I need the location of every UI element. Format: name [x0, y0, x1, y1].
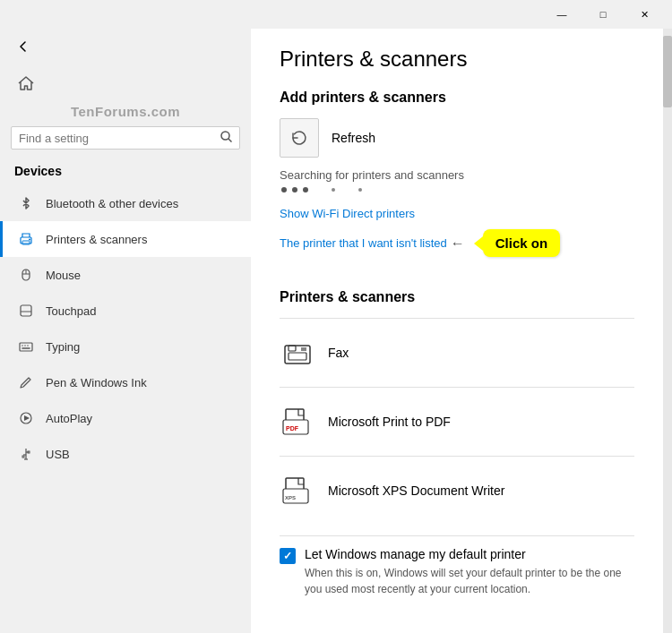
svg-line-1 — [228, 139, 232, 142]
sidebar-item-usb[interactable]: USB — [0, 436, 251, 472]
sidebar-item-autoplay-label: AutoPlay — [46, 412, 92, 425]
sidebar-item-touchpad[interactable]: Touchpad — [0, 293, 251, 329]
sidebar-item-mouse-label: Mouse — [46, 269, 81, 282]
sidebar-item-mouse[interactable]: Mouse — [0, 257, 251, 293]
refresh-button[interactable] — [280, 118, 319, 158]
dot-3 — [303, 187, 308, 192]
checkbox-text-area: Let Windows manage my default printer Wh… — [305, 547, 634, 597]
printer-icon — [17, 230, 35, 248]
watermark: TenForums.com — [0, 98, 251, 123]
touchpad-icon — [17, 302, 35, 320]
default-printer-row: ✓ Let Windows manage my default printer … — [280, 535, 634, 597]
refresh-label: Refresh — [332, 131, 375, 145]
minimize-button[interactable]: — — [541, 0, 582, 29]
checkbox-wrapper[interactable]: ✓ — [280, 548, 296, 564]
add-section-title: Add printers & scanners — [280, 90, 634, 106]
searching-text: Searching for printers and scanners — [280, 168, 634, 182]
sidebar-item-pen[interactable]: Pen & Windows Ink — [0, 364, 251, 400]
default-printer-checkbox[interactable]: ✓ — [280, 548, 296, 564]
main-content: Printers & scanners Add printers & scann… — [251, 29, 663, 633]
xps-printer-icon: XPS — [281, 475, 314, 507]
maximize-button[interactable]: □ — [582, 0, 624, 29]
settings-window: — □ ✕ — [0, 0, 672, 633]
not-listed-link[interactable]: The printer that I want isn't listed — [280, 236, 447, 250]
sidebar-item-usb-label: USB — [46, 448, 70, 461]
svg-point-4 — [29, 239, 30, 241]
sidebar-item-printers-label: Printers & scanners — [46, 233, 147, 246]
scrollbar-thumb[interactable] — [663, 36, 672, 107]
printers-divider — [280, 318, 634, 319]
svg-rect-25 — [289, 346, 296, 351]
checkbox-label: Let Windows manage my default printer — [305, 547, 634, 561]
dot-5 — [358, 188, 362, 192]
xps-icon-wrapper: XPS — [280, 473, 315, 509]
svg-rect-8 — [21, 305, 31, 316]
svg-rect-24 — [289, 353, 306, 360]
search-dots — [280, 187, 634, 192]
page-title: Printers & scanners — [280, 47, 634, 72]
sidebar-item-autoplay[interactable]: AutoPlay — [0, 400, 251, 436]
fax-icon — [281, 337, 314, 369]
printer-item-xps[interactable]: XPS Microsoft XPS Document Writer — [280, 464, 634, 518]
sidebar-item-typing-label: Typing — [46, 340, 80, 354]
printers-section-title: Printers & scanners — [280, 289, 634, 305]
sidebar-item-bluetooth[interactable]: Bluetooth & other devices — [0, 185, 251, 221]
pdf-label: Microsoft Print to PDF — [328, 415, 451, 429]
svg-text:XPS: XPS — [285, 495, 296, 500]
home-icon — [18, 75, 34, 91]
printer-item-fax[interactable]: Fax — [280, 326, 634, 380]
svg-rect-20 — [22, 456, 24, 458]
home-button[interactable] — [14, 72, 38, 95]
click-on-badge: Click on — [483, 229, 560, 257]
pen-icon — [17, 373, 35, 391]
refresh-icon — [290, 129, 308, 147]
back-icon — [18, 41, 29, 52]
sidebar-item-bluetooth-label: Bluetooth & other devices — [46, 197, 178, 210]
add-printer-row: Refresh — [280, 118, 634, 158]
dot-4 — [332, 188, 335, 192]
sidebar-section-title: Devices — [0, 158, 251, 185]
sidebar-item-printers[interactable]: Printers & scanners — [0, 221, 251, 257]
pdf-icon-wrapper: PDF — [280, 404, 315, 440]
svg-point-0 — [221, 132, 229, 140]
back-button[interactable] — [11, 34, 36, 59]
home-area — [0, 64, 251, 98]
typing-icon — [17, 338, 35, 355]
scrollbar-track[interactable] — [663, 29, 672, 633]
sidebar-item-touchpad-label: Touchpad — [46, 304, 96, 318]
checkmark-icon: ✓ — [283, 550, 292, 562]
svg-marker-16 — [24, 415, 30, 421]
title-bar: — □ ✕ — [0, 0, 672, 29]
usb-icon — [17, 445, 35, 463]
fax-divider — [280, 387, 634, 388]
sidebar-item-pen-label: Pen & Windows Ink — [46, 376, 147, 389]
search-input[interactable] — [19, 132, 220, 145]
xps-label: Microsoft XPS Document Writer — [328, 483, 504, 498]
fax-icon-wrapper — [280, 335, 315, 371]
mouse-icon — [17, 266, 35, 284]
content-area: TenForums.com Devices — [0, 29, 672, 633]
fax-label: Fax — [328, 346, 349, 360]
printer-item-pdf[interactable]: PDF Microsoft Print to PDF — [280, 395, 634, 449]
checkbox-description: When this is on, Windows will set your d… — [305, 565, 634, 597]
sidebar: TenForums.com Devices — [0, 29, 251, 633]
pdf-divider — [280, 456, 634, 457]
bluetooth-icon — [17, 194, 35, 212]
search-bar[interactable] — [11, 126, 240, 150]
wifi-direct-link[interactable]: Show Wi-Fi Direct printers — [280, 207, 634, 220]
search-icon — [220, 131, 232, 145]
sidebar-nav-top — [0, 29, 251, 64]
autoplay-icon — [17, 409, 35, 427]
svg-rect-10 — [20, 343, 32, 351]
not-listed-row: The printer that I want isn't listed ← C… — [280, 229, 634, 257]
svg-text:PDF: PDF — [286, 425, 299, 432]
arrow-indicator: ← — [451, 235, 465, 252]
pdf-printer-icon: PDF — [281, 406, 314, 438]
dot-1 — [281, 187, 287, 192]
close-button[interactable]: ✕ — [624, 0, 665, 29]
sidebar-item-typing[interactable]: Typing — [0, 329, 251, 364]
dot-2 — [292, 187, 297, 192]
